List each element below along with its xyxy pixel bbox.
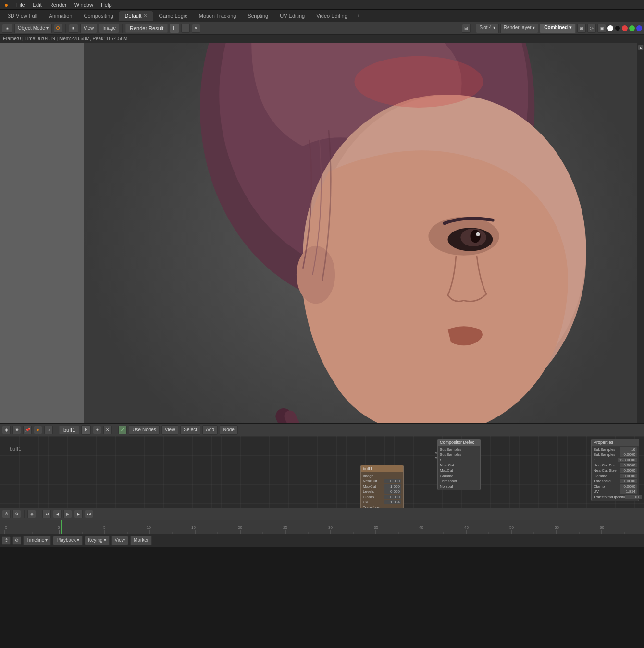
tab-videoediting[interactable]: Video Editing [310, 11, 353, 21]
viewport-toolbar: ◈ Object Mode ▾ ⊕ ■ View Image Render Re… [0, 22, 644, 35]
channel-black-dot[interactable] [615, 25, 620, 31]
node-material-icon[interactable]: ● [34, 426, 42, 434]
tab-motiontracking[interactable]: Motion Tracking [193, 11, 242, 21]
viewport-type-icon[interactable]: ◈ [2, 24, 12, 33]
node-view-icon[interactable]: 👁 [12, 426, 21, 434]
node-node-menu[interactable]: Node [220, 425, 238, 435]
timeline-type-icon[interactable]: ⏱ [2, 510, 11, 518]
sep [24, 510, 25, 518]
view-menu-btn[interactable]: View [111, 536, 129, 545]
svg-text:45: 45 [464, 526, 469, 530]
tab-close-icon[interactable]: ✕ [143, 13, 147, 18]
close-slot-btn[interactable]: ✕ [192, 24, 200, 33]
node-f-btn[interactable]: F [81, 425, 91, 435]
channel-white-dot[interactable] [607, 25, 613, 31]
menu-help[interactable]: Help [97, 1, 116, 9]
svg-text:60: 60 [600, 526, 604, 530]
render-display-icon1[interactable]: ⊞ [577, 24, 586, 33]
channel-red-dot[interactable] [622, 25, 628, 31]
play-btn[interactable]: ▶ [63, 510, 72, 518]
render-layer-dropdown[interactable]: RenderLayer ▾ [500, 24, 539, 33]
node-pin-icon[interactable]: 📌 [23, 426, 32, 434]
slot-dropdown[interactable]: Slot 4 ▾ [476, 24, 498, 33]
menu-file[interactable]: File [12, 1, 29, 9]
menu-bar: ● File Edit Render Window Help [0, 0, 644, 10]
render-svg [84, 43, 644, 423]
node-compositor-defoc[interactable]: Compositor Defoc SubSamples SubSamples f… [437, 439, 481, 490]
node-editor-type-icon[interactable]: ◈ [2, 426, 11, 434]
render-canvas[interactable]: ▲ [84, 43, 644, 423]
bottom-settings-icon[interactable]: ⚙ [12, 536, 21, 545]
use-nodes-label[interactable]: Use Nodes [129, 425, 159, 435]
node-buff1-content: Image NearCut0.000 MaxCut1.000 Levels0.0… [361, 472, 403, 508]
node-add-menu[interactable]: Add [202, 425, 218, 435]
render-result-label: Render Result [125, 24, 168, 33]
channel-blue-dot[interactable] [636, 25, 642, 31]
channel-green-dot[interactable] [629, 25, 635, 31]
sep2 [39, 510, 39, 518]
tab-default[interactable]: Default ✕ [119, 11, 153, 21]
node-properties[interactable]: Properties SubSamples16 SubSamples0.0000… [591, 439, 639, 501]
svg-text:40: 40 [419, 526, 423, 530]
bottom-timeline-icon[interactable]: ⏱ [2, 536, 11, 545]
tab-uvediting[interactable]: UV Editing [274, 11, 310, 21]
timeline-mode-dropdown[interactable]: Timeline ▾ [23, 536, 51, 545]
svg-text:0: 0 [58, 526, 60, 530]
view-menu[interactable]: View [80, 24, 98, 33]
render-header-right: ⊞ Slot 4 ▾ RenderLayer ▾ Combined ▾ ⊞ ◎ … [462, 24, 642, 33]
image-menu[interactable]: Image [99, 24, 119, 33]
tab-gamelogic[interactable]: Game Logic [153, 11, 193, 21]
svg-text:5: 5 [103, 526, 106, 530]
render-display-icon2[interactable]: ◎ [587, 24, 596, 33]
svg-text:55: 55 [555, 526, 559, 530]
menu-render[interactable]: Render [46, 1, 71, 9]
render-right-panel: ▲ [637, 43, 644, 423]
add-workspace-tab-button[interactable]: + [353, 11, 364, 21]
jump-end-btn[interactable]: ⏭ [85, 510, 93, 518]
prev-frame-btn[interactable]: ◀ [53, 510, 62, 518]
node-buff1[interactable]: buff1 Image NearCut0.000 MaxCut1.000 Lev… [360, 465, 404, 508]
node-select-menu[interactable]: Select [180, 425, 200, 435]
menu-window[interactable]: Window [71, 1, 97, 9]
timeline-settings-icon[interactable]: ⚙ [12, 510, 21, 518]
timeline-ruler-svg: -5 0 5 10 15 20 25 30 35 40 45 50 [0, 520, 644, 534]
render-area: ▲ [0, 43, 644, 423]
playback-dropdown[interactable]: Playback ▾ [53, 536, 83, 545]
separator2 [122, 24, 123, 33]
node-view-menu[interactable]: View [161, 425, 179, 435]
jump-start-btn[interactable]: ⏮ [42, 510, 51, 518]
node-world-icon[interactable]: ○ [44, 426, 53, 434]
use-nodes-checkbox[interactable]: ✓ [118, 426, 127, 434]
tab-compositing[interactable]: Compositing [78, 11, 119, 21]
marker-menu-btn[interactable]: Marker [130, 536, 152, 545]
render-display-icon3[interactable]: ▣ [597, 24, 606, 33]
combined-dropdown[interactable]: Combined ▾ [540, 24, 576, 33]
svg-point-11 [354, 56, 483, 108]
svg-rect-14 [61, 520, 62, 534]
keying-dropdown[interactable]: Keying ▾ [85, 536, 110, 545]
timeline-marker-icon[interactable]: ◈ [27, 510, 36, 518]
workspace-tabs: 3D View Full Animation Compositing Defau… [0, 10, 644, 22]
next-frame-btn[interactable]: ▶ [74, 510, 83, 518]
bottom-status-bar: ⏱ ⚙ Timeline ▾ Playback ▾ Keying ▾ View … [0, 533, 644, 547]
add-slot-btn[interactable]: + [181, 24, 190, 33]
viewport-shade-solid[interactable]: ■ [69, 24, 78, 33]
settings-icon[interactable]: ⊞ [462, 24, 471, 33]
menu-edit[interactable]: Edit [29, 1, 46, 9]
f-btn[interactable]: F [170, 24, 179, 33]
tab-3dviewfull[interactable]: 3D View Full [2, 11, 43, 21]
scroll-up-icon[interactable]: ▲ [638, 45, 644, 50]
tab-animation[interactable]: Animation [43, 11, 78, 21]
timeline-ruler[interactable]: -5 0 5 10 15 20 25 30 35 40 45 50 [0, 520, 644, 534]
node-add-btn[interactable]: + [93, 426, 101, 434]
svg-text:15: 15 [191, 526, 196, 530]
node-connections-svg [0, 436, 644, 508]
tab-scripting[interactable]: Scripting [242, 11, 274, 21]
svg-text:30: 30 [328, 526, 333, 530]
svg-text:25: 25 [283, 526, 287, 530]
object-mode-dropdown[interactable]: Object Mode ▾ [14, 24, 52, 33]
global-local-icon[interactable]: ⊕ [54, 24, 62, 33]
node-close-btn[interactable]: ✕ [103, 426, 112, 434]
node-canvas[interactable]: buff1 Compositor Defoc SubSamples SubSam… [0, 436, 644, 508]
svg-text:10: 10 [147, 526, 151, 530]
